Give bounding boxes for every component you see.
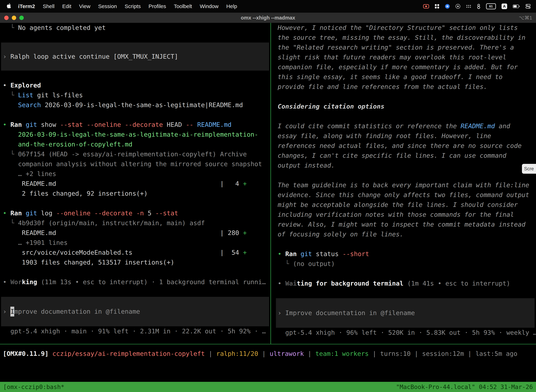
tmux-status-bar: [omx-cczip0:bash* "MacBook-Pro-44.local"… — [0, 382, 536, 392]
zoom-button[interactable] — [19, 16, 24, 20]
menu-toolbelt[interactable]: Toolbelt — [170, 3, 196, 9]
menu-shell[interactable]: Shell — [39, 3, 58, 9]
terminal-line: └ 067f154 (HEAD -> essay/ai-reimplementa… — [3, 149, 270, 159]
model-status-line: gpt-5.4 xhigh · main · 91% left · 2.31M … — [3, 326, 270, 336]
terminal-line: 1903 files changed, 513517 insertions(+) — [3, 257, 270, 267]
terminal-line: of focusing solely on file lines. — [278, 229, 536, 239]
terminal-line: including verification notes with those … — [278, 210, 536, 219]
menu-help[interactable]: Help — [222, 3, 241, 9]
terminal-line: 2026-03-09-is-legal-the-same-as-legitima… — [3, 130, 270, 140]
terminal-line: and-the-erosion-of-copyleft.md — [3, 140, 270, 149]
terminal-line: src/voice/voiceModeEnabled.ts | 54 + — [3, 248, 270, 257]
terminal-line: However, I noticed the "Directory Struct… — [278, 23, 536, 33]
terminal-line: changes, I can't cite specific file line… — [278, 151, 536, 160]
figure-8-icon[interactable] — [477, 4, 480, 9]
input-source-icon[interactable]: A — [502, 4, 507, 9]
battery-badge-icon[interactable]: 61 — [486, 3, 496, 9]
terminal-line: provide file and line references from th… — [278, 82, 536, 92]
terminal-line: essay file, along with finding root file… — [278, 131, 536, 141]
menu-scripts[interactable]: Scripts — [121, 3, 145, 9]
terminal-line: … +2 lines — [3, 169, 270, 179]
terminal-line: • Waiting for background terminal (1m 41… — [278, 279, 536, 288]
menu-window[interactable]: Window — [196, 3, 222, 9]
left-pane: └ No agents completed yet› Ralph loop ac… — [0, 23, 270, 344]
terminal-line: Considering citation options — [278, 102, 536, 111]
terminal-line: the "Related research writing" section i… — [278, 42, 536, 52]
terminal-line: └ No agents completed yet — [3, 23, 270, 33]
menu-view[interactable]: View — [75, 3, 94, 9]
screen-share-button[interactable]: Scre — [522, 164, 536, 174]
terminal-line: • Ran git show --stat --oneline --decora… — [3, 120, 270, 130]
blue-app-icon[interactable] — [445, 4, 450, 9]
macos-menu-bar: iTerm2 Shell Edit View Session Scripts P… — [0, 0, 536, 13]
pane-divider[interactable] — [270, 23, 271, 344]
menu-profiles[interactable]: Profiles — [144, 3, 170, 9]
terminal-line: • Explored — [3, 80, 270, 90]
tmux-host-clock: "MacBook-Pro-44.local" 04:52 31-Mar-26 — [396, 383, 533, 390]
terminal-content: └ No agents completed yet› Ralph loop ac… — [0, 23, 536, 344]
omx-global-status: [OMX#0.11.9] cczip/essay/ai-reimplementa… — [0, 349, 536, 359]
terminal-line: • Ran git status --short — [278, 249, 536, 259]
menu-session[interactable]: Session — [94, 3, 121, 9]
window-shortcut-badge: ⌥⌘1 — [519, 15, 532, 21]
menu-edit[interactable]: Edit — [58, 3, 75, 9]
terminal-line: └ (no output) — [278, 259, 536, 269]
apple-menu[interactable] — [5, 3, 14, 10]
terminal-line: review. Also, I might want to inspect th… — [278, 219, 536, 229]
terminal-line: 2 files changed, 92 insertions(+) — [3, 189, 270, 198]
close-button[interactable] — [4, 16, 9, 20]
terminal-line: might be acceptable alongside the file l… — [278, 200, 536, 210]
minimize-button[interactable] — [12, 16, 16, 20]
ralph-loop-banner: › Ralph loop active continue [OMX_TMUX_I… — [1, 42, 269, 71]
terminal-line: Search 2026-03-09-is-legal-the-same-as-l… — [3, 100, 270, 110]
model-status-line: gpt-5.4 xhigh · 96% left · 520K in · 5.8… — [278, 328, 536, 338]
terminal-line: companion analysis without altering the … — [3, 159, 270, 169]
window-title-bar: omx --xhigh --madmax ⌥⌘1 — [0, 13, 536, 23]
terminal-line: … +1901 lines — [3, 238, 270, 248]
terminal-line: • Ran git log --oneline --decorate -n 5 … — [3, 208, 270, 218]
menu-iterm2[interactable]: iTerm2 — [14, 3, 39, 9]
terminal-line: this single essay, it seems like a good … — [278, 72, 536, 82]
apple-icon — [7, 3, 11, 10]
battery-icon[interactable] — [513, 5, 520, 8]
menu-items: iTerm2 Shell Edit View Session Scripts P… — [0, 3, 241, 10]
terminal-line: README.md | 4 + — [3, 179, 270, 189]
terminal-line: evidence. Since this change only affects… — [278, 190, 536, 200]
tmux-session-window: [omx-cczip0:bash* — [3, 383, 64, 390]
screen-recording-stop-icon[interactable] — [423, 4, 429, 9]
control-center-icon[interactable] — [526, 4, 531, 9]
dots-grid-icon[interactable] — [466, 5, 471, 8]
terminal-line: references need actual files, and since … — [278, 141, 536, 151]
menu-status-icons: 61 A — [423, 3, 536, 9]
terminal-line: └ List git ls-files — [3, 90, 270, 100]
terminal-line: output instead. — [278, 160, 536, 170]
composer-input[interactable]: › Improve documentation in @filename — [1, 297, 269, 326]
right-pane: However, I noticed the "Directory Struct… — [273, 23, 536, 344]
terminal-line: • Working (11m 13s • esc to interrupt) ·… — [3, 277, 270, 287]
window-title: omx --xhigh --madmax — [0, 15, 536, 21]
composer-input[interactable]: › Improve documentation in @filename — [276, 298, 535, 328]
dark-app-icon[interactable] — [455, 4, 460, 9]
terminal-line: I could cite commit statistics or refere… — [278, 121, 536, 131]
window-grid-icon[interactable] — [435, 4, 439, 9]
pane-bottom-border — [0, 344, 536, 344]
traffic-lights — [4, 16, 24, 20]
omx-status-line: [OMX#0.11.9] cczip/essay/ai-reimplementa… — [3, 349, 536, 359]
terminal-line: companion file, especially if more comme… — [278, 62, 536, 72]
terminal-line: slight risk that future readers may over… — [278, 52, 536, 62]
terminal-line: the source tree, missing the essay. Stil… — [278, 33, 536, 42]
terminal-line: └ 4b9d30f (origin/main, instructkr/main,… — [3, 218, 270, 228]
terminal-line: README.md | 280 + — [3, 228, 270, 238]
terminal-line: The team guideline is to back every impo… — [278, 180, 536, 190]
